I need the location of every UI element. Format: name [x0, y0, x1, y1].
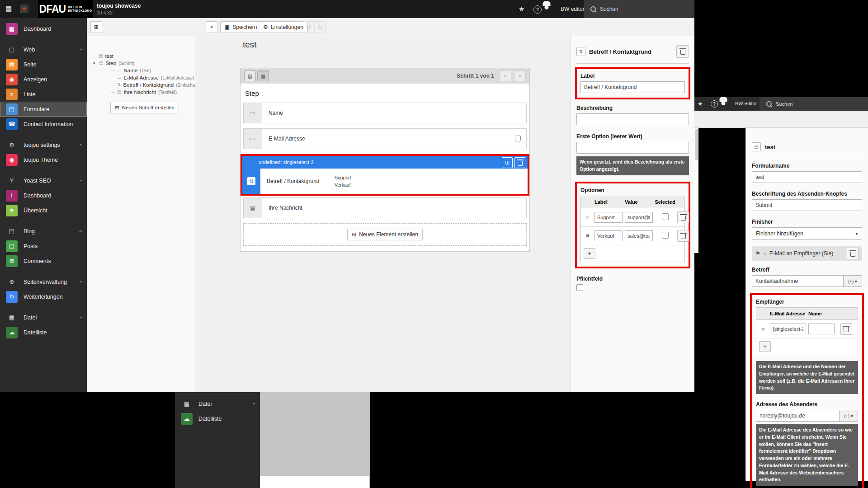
option-value-input[interactable] [625, 230, 653, 241]
option-selected-checkbox[interactable] [662, 232, 669, 239]
settings-button[interactable]: ⚙ Einstellungen [259, 21, 308, 33]
edit-toggle-icon[interactable]: ▦ [257, 70, 269, 81]
first-option-input[interactable] [576, 142, 689, 154]
search-input[interactable]: Suchen [584, 0, 694, 18]
tree-node-email[interactable]: ▭ E-Mail Adresse (E-Mail Adresse) [111, 74, 195, 81]
sidebar-section-web[interactable]: ▢ Web › [0, 42, 87, 57]
delete-option-button[interactable] [677, 230, 689, 242]
sidebar-item-posts[interactable]: ▤ Posts [0, 239, 87, 253]
preview-toggle-icon[interactable]: ▤ [244, 70, 256, 81]
submit-label-input[interactable] [752, 199, 862, 211]
window2-toolbar [694, 111, 868, 128]
sidebar-item-dateiliste[interactable]: ☁ Dateiliste [0, 325, 87, 340]
sidebar-item-comments[interactable]: ✉ Comments [0, 253, 87, 268]
sidebar-section-yoast-seo[interactable]: Y Yoast SEO › [0, 173, 87, 188]
option-label-input[interactable] [594, 212, 623, 223]
sidebar-item-anzeigen[interactable]: ◉ Anzeigen [0, 72, 87, 87]
redo-button[interactable]: ↻ [314, 21, 326, 33]
window2-tree-bottom [260, 476, 369, 488]
sidebar-section-seitenverwaltung[interactable]: ⊕ Seitenverwaltung › [0, 274, 87, 289]
tree-node-betreff[interactable]: ⇅ Betreff / Kontaktgrund (Einfachauswahl… [111, 81, 195, 89]
tree-node-step[interactable]: ▾ ▤ Step (Schritt) [93, 60, 195, 67]
help-icon[interactable]: ? [711, 100, 718, 108]
label-input[interactable] [580, 81, 685, 93]
sidebar-section-toujou-settings[interactable]: ⚙ toujou settings › [0, 137, 87, 152]
toujou-icon[interactable] [20, 5, 28, 13]
bookmark-star-icon[interactable]: ★ [698, 101, 703, 107]
option-selected-checkbox[interactable] [662, 213, 669, 220]
delete-element-button[interactable] [676, 45, 689, 58]
sidebar-item-dashboard[interactable]: ▦ Dashboard [0, 21, 87, 36]
new-element-after-button[interactable]: ⊞ [502, 157, 513, 168]
sidebar-section-datei[interactable]: ▦ Datei › [0, 310, 87, 325]
sidebar-item-yoast-dashboard[interactable]: i Dashboard [0, 188, 87, 203]
recipients-table-header: E-Mail Adresse Name [756, 308, 858, 320]
recipients-label: Empfänger [756, 299, 858, 305]
sidebar-item-seite[interactable]: ▤ Seite [0, 57, 87, 72]
tree-root[interactable]: ▤ test [99, 52, 195, 60]
step-heading: Step [245, 89, 527, 97]
sidebar-section-blog[interactable]: ▤ Blog › [0, 224, 87, 239]
formname-input[interactable] [752, 171, 862, 183]
topbar: ▦ DFAU IDEEN IN ENTWICKLUNG toujou showc… [0, 0, 694, 18]
tree-node-nachricht[interactable]: ▤ Ihre Nachricht (Textfeld) [111, 89, 195, 96]
sidebar-item-uebersicht[interactable]: ≡ Übersicht [0, 203, 87, 218]
finisher-item-header[interactable]: ⚑ › E-Mail an Empfänger (Sie) [752, 246, 862, 261]
recipients-help: Die E-Mail Adresse und die Namen der Emp… [756, 361, 858, 394]
expander-icon[interactable]: ▾ [93, 61, 97, 66]
form-element-email[interactable]: ▭ E-Mail Adresse [243, 128, 527, 149]
chevron-up-icon: › [77, 281, 83, 282]
posts-icon: ▤ [6, 240, 18, 252]
prev-step-button[interactable]: « [500, 70, 511, 81]
new-element-button[interactable]: ⊞ Neues Element erstellen [347, 229, 423, 240]
user-name[interactable]: BW editor [735, 101, 757, 106]
option-label-input[interactable] [594, 230, 623, 241]
selected-element-header[interactable]: undefined: singleselect-2 ⊞ [242, 156, 528, 169]
window2-scrollbar[interactable] [694, 128, 698, 253]
delete-element-button[interactable] [514, 157, 525, 168]
bookmark-star-icon[interactable]: ★ [519, 5, 524, 12]
option-value-input[interactable] [625, 212, 653, 223]
user-name[interactable]: BW editor [561, 6, 585, 12]
required-checkbox[interactable] [576, 284, 583, 291]
sidebar-item-weiterleitungen[interactable]: ↻ Weiterleitungen [0, 289, 87, 304]
finisher-select[interactable]: Finisher hinzufügen ▾ [752, 227, 862, 240]
form-element-name[interactable]: ▭ Name [243, 103, 527, 123]
insert-formelement-dropdown[interactable]: (+) ▾ [843, 276, 862, 286]
search-input[interactable]: Suchen [760, 97, 868, 111]
sidebar-item-toujou-theme[interactable]: ◉ toujou Theme [0, 152, 87, 167]
drag-handle-icon[interactable]: ≡ [581, 232, 594, 239]
save-button[interactable]: ▣ Speichern [220, 21, 261, 33]
next-step-button[interactable]: » [514, 70, 526, 81]
recipient-email-input[interactable] [770, 324, 806, 334]
sidebar-item-formulare[interactable]: ▤ Formulare [0, 102, 87, 117]
delete-recipient-button[interactable] [840, 323, 852, 335]
sidebar-item-contact-information[interactable]: ☎ Contact Information [0, 117, 87, 131]
drag-handle-icon[interactable]: ≡ [756, 326, 770, 333]
tree-node-name[interactable]: ▭ Name (Text) [111, 67, 195, 74]
recipient-name-input[interactable] [808, 324, 835, 334]
add-recipient-button[interactable]: + [759, 341, 771, 352]
sidebar-item-datei[interactable]: ▦ Datei › [175, 396, 260, 411]
help-icon[interactable]: ? [533, 5, 542, 14]
sidebar-item-liste[interactable]: ≡ Liste [0, 87, 87, 102]
description-input[interactable] [576, 113, 689, 125]
form-preview-card: ▤ ▦ Schritt 1 von 1 « » Step ▭ Name ▭ [240, 68, 530, 252]
option-row: ≡ [581, 227, 684, 245]
insert-formelement-dropdown[interactable]: (+) ▾ [839, 410, 858, 421]
close-button[interactable]: × [206, 21, 217, 33]
trash-icon [681, 234, 686, 239]
delete-option-button[interactable] [677, 211, 689, 223]
add-option-button[interactable]: + [584, 248, 595, 259]
sidebar-item-dateiliste[interactable]: ☁ Dateiliste [175, 411, 260, 426]
drag-handle-icon[interactable]: ≡ [581, 214, 594, 221]
module-grid-icon[interactable]: ▦ [5, 5, 12, 12]
new-step-button[interactable]: ⊞ Neuen Schritt erstellen [110, 102, 179, 113]
new-form-button[interactable]: ⊞ [90, 21, 102, 33]
delete-finisher-button[interactable] [847, 248, 859, 259]
undo-button[interactable]: ↺ [303, 21, 315, 33]
form-element-message[interactable]: ▤ Ihre Nachricht [243, 197, 527, 218]
select-icon: ⇅ [576, 47, 585, 56]
selected-element-body[interactable]: ⇅ Betreff / Kontaktgrund Support Verkauf [242, 169, 528, 194]
element-inspector: ⇅ Betreff / Kontaktgrund Label Beschreib… [571, 36, 694, 392]
